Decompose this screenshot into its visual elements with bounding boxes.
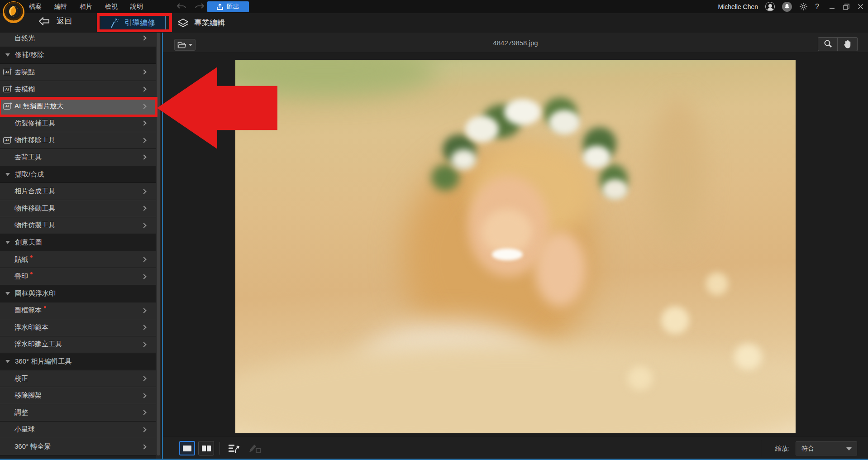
scrollbar-thumb[interactable]: [157, 31, 160, 455]
sidebar-item[interactable]: 物件移動工具: [0, 200, 156, 217]
sidebar-item-label: 圖框範本: [14, 306, 42, 315]
notification-bell-icon[interactable]: [782, 2, 792, 12]
restore-button[interactable]: [843, 4, 849, 10]
sidebar-item[interactable]: 貼紙: [0, 251, 156, 268]
sidebar-item-label: 浮水印範本: [14, 323, 48, 332]
chevron-right-icon: [141, 104, 146, 109]
history-list-icon: [228, 443, 241, 455]
sidebar-item-label: 物件移除工具: [14, 136, 55, 144]
menu-item[interactable]: 檢視: [105, 3, 118, 11]
chevron-right-icon: [141, 223, 146, 228]
collapse-triangle-icon: [5, 173, 10, 176]
export-label: 匯出: [227, 3, 239, 11]
sidebar-item[interactable]: 疊印: [0, 268, 156, 285]
chevron-right-icon: [141, 376, 146, 381]
sidebar-item[interactable]: 調整: [0, 404, 156, 422]
sidebar-section-header[interactable]: 修補/移除: [0, 47, 156, 64]
sidebar-item-label: 小星球: [14, 425, 35, 434]
tab-guided-edit[interactable]: 引導編修: [100, 14, 166, 32]
photo-region: [602, 179, 628, 200]
mode-toolbar: 返回 引導編修 專業編輯: [0, 13, 868, 33]
ai-badge-text: AI: [5, 138, 9, 142]
photo-canvas[interactable]: [235, 60, 796, 433]
menu-item[interactable]: 說明: [130, 3, 143, 11]
sidebar-section-header[interactable]: 360° 相片編輯工具: [0, 353, 156, 370]
sidebar-item[interactable]: 圖框範本: [0, 302, 156, 320]
pen-icon: [248, 443, 262, 454]
edit-mask-button[interactable]: [247, 442, 263, 455]
chevron-right-icon: [141, 189, 146, 194]
export-button[interactable]: 匯出: [207, 1, 249, 12]
menu-item[interactable]: 編輯: [54, 3, 67, 11]
viewer-header: 484279858.jpg: [163, 33, 868, 53]
layers-icon: [177, 18, 189, 28]
expert-edit-label: 專業編輯: [194, 18, 225, 28]
undo-button[interactable]: [176, 1, 187, 11]
chevron-right-icon: [141, 257, 146, 262]
tab-expert-edit[interactable]: 專業編輯: [177, 14, 225, 32]
zoom-tool-button[interactable]: [818, 37, 838, 51]
adjustment-history-button[interactable]: [226, 442, 243, 455]
sidebar-item[interactable]: 物件仿製工具: [0, 217, 156, 235]
photo-region: [650, 97, 706, 247]
redo-button[interactable]: [194, 1, 205, 11]
sidebar-section-header[interactable]: 擷取/合成: [0, 166, 156, 183]
collapse-triangle-icon: [5, 53, 10, 57]
sidebar-item[interactable]: AI+去模糊: [0, 81, 156, 98]
compare-view-button[interactable]: [198, 441, 214, 455]
menu-item[interactable]: 相片: [80, 3, 92, 11]
help-button[interactable]: ?: [815, 3, 819, 11]
chevron-right-icon: [141, 342, 146, 347]
ai-badge-icon: AI+: [3, 137, 11, 144]
guided-edit-label: 引導編修: [124, 18, 155, 28]
sidebar-item[interactable]: 去背工具: [0, 149, 156, 166]
sidebar-section-header[interactable]: 圖框與浮水印: [0, 285, 156, 302]
collapse-triangle-icon: [5, 241, 10, 244]
ai-badge-plus: +: [10, 135, 12, 140]
single-view-button[interactable]: [179, 441, 195, 455]
collapse-triangle-icon: [5, 360, 10, 363]
titlebar: 檔案編輯相片檢視說明 匯出 Michelle Chen ?: [0, 0, 868, 13]
sidebar-item[interactable]: AI+去噪點: [0, 64, 156, 81]
sidebar-item[interactable]: AI+物件移除工具: [0, 132, 156, 149]
photo-region: [482, 209, 532, 254]
user-name[interactable]: Michelle Chen: [718, 3, 758, 10]
sidebar-item-label: 移除腳架: [14, 391, 42, 400]
sidebar-section-header[interactable]: 創意美圖: [0, 234, 156, 251]
folder-dropdown-caret-icon: [189, 44, 192, 46]
photo-region: [535, 232, 585, 307]
chevron-right-icon: [141, 393, 146, 398]
sidebar-item[interactable]: 浮水印範本: [0, 319, 156, 336]
zoom-level-dropdown[interactable]: 符合: [796, 441, 857, 455]
chevron-right-icon: [141, 206, 146, 211]
browse-folder-button[interactable]: [174, 39, 196, 51]
pan-hand-button[interactable]: [838, 37, 858, 51]
sidebar-item[interactable]: 校正: [0, 370, 156, 388]
photo-filename: 484279858.jpg: [163, 33, 868, 53]
close-button[interactable]: [858, 4, 863, 10]
sidebar-item[interactable]: 360° 轉全景: [0, 438, 156, 455]
photo-region: [734, 344, 762, 370]
sidebar-item-label: 浮水印建立工具: [14, 340, 62, 349]
chevron-right-icon: [141, 155, 146, 160]
ai-badge-icon: AI+: [3, 86, 11, 92]
sidebar-item[interactable]: 移除腳架: [0, 387, 156, 404]
sidebar-item[interactable]: 浮水印建立工具: [0, 336, 156, 354]
sidebar-item[interactable]: 小星球: [0, 422, 156, 439]
account-avatar-icon[interactable]: [765, 2, 775, 11]
single-view-icon: [183, 446, 191, 451]
sidebar-item-label: 修補/移除: [15, 51, 44, 59]
sidebar-item[interactable]: 相片合成工具: [0, 183, 156, 200]
sidebar-item-label: 相片合成工具: [14, 187, 55, 196]
settings-gear-icon[interactable]: [799, 2, 808, 11]
minimize-button[interactable]: [829, 4, 835, 10]
collapse-triangle-icon: [5, 292, 10, 295]
menu-item[interactable]: 檔案: [29, 3, 42, 11]
sidebar-scrollbar[interactable]: [156, 29, 161, 459]
photo-region: [465, 116, 499, 142]
sidebar-item-label: 疊印: [14, 272, 28, 281]
sidebar-item[interactable]: 仿製修補工具: [0, 115, 156, 132]
sidebar-item[interactable]: AI+AI 無損圖片放大: [0, 98, 156, 115]
photo-region: [235, 60, 437, 97]
back-button[interactable]: 返回: [38, 16, 72, 26]
